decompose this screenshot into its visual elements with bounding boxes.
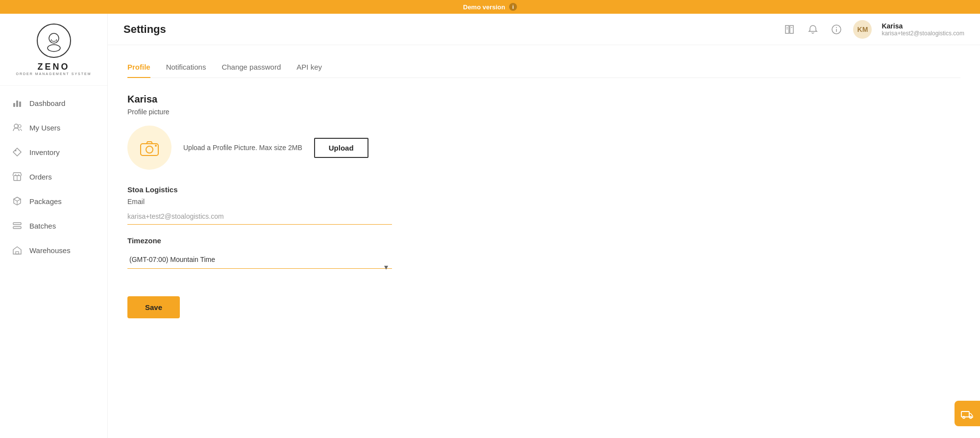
timezone-select[interactable]: (GMT-07:00) Mountain Time (GMT-12:00) In… (127, 251, 392, 269)
sidebar-item-dashboard[interactable]: Dashboard (0, 91, 107, 115)
book-icon[interactable] (783, 23, 796, 36)
package-icon (12, 196, 23, 206)
right-panel: Settings (108, 14, 980, 438)
app-wrapper: Demo version i ZENO ORDER MANAGEMENT SYS (0, 0, 980, 438)
sidebar-item-label-orders: Orders (29, 173, 52, 181)
svg-point-1 (48, 45, 60, 52)
logo-subtitle: ORDER MANAGEMENT SYSTEM (16, 72, 92, 76)
svg-rect-15 (13, 223, 21, 225)
sidebar-item-my-users[interactable]: My Users (0, 115, 107, 140)
company-name: Stoa Logistics (127, 185, 960, 194)
sidebar-item-label-warehouses: Warehouses (29, 246, 71, 255)
warehouse-icon (12, 245, 23, 256)
delivery-truck-icon (961, 407, 974, 420)
svg-point-9 (15, 150, 17, 152)
user-info: Karisa karisa+test2@stoalogistics.com (882, 22, 964, 37)
svg-point-7 (14, 124, 18, 128)
tab-profile[interactable]: Profile (127, 57, 150, 78)
tag-icon (12, 147, 23, 157)
svg-point-28 (963, 416, 965, 418)
sidebar-item-orders[interactable]: Orders (0, 164, 107, 189)
sidebar-item-warehouses[interactable]: Warehouses (0, 238, 107, 262)
user-email: karisa+test2@stoalogistics.com (882, 30, 964, 37)
sidebar-item-packages[interactable]: Packages (0, 189, 107, 213)
profile-username: Karisa (127, 94, 960, 105)
demo-banner: Demo version i (0, 0, 980, 14)
page-title: Settings (123, 23, 166, 36)
timezone-wrapper: (GMT-07:00) Mountain Time (GMT-12:00) In… (127, 251, 392, 283)
sidebar-item-batches[interactable]: Batches (0, 213, 107, 238)
settings-tabs: Profile Notifications Change password AP… (127, 57, 960, 78)
svg-point-8 (18, 125, 21, 128)
info-circle-icon[interactable] (830, 23, 843, 36)
svg-point-23 (836, 27, 837, 28)
svg-line-3 (56, 39, 57, 41)
content-area: Profile Notifications Change password AP… (108, 45, 980, 438)
box-icon (12, 171, 23, 182)
chart-icon (12, 98, 23, 108)
svg-rect-4 (13, 103, 15, 107)
profile-picture-label: Profile picture (127, 108, 960, 116)
profile-pic-row: Upload a Profile Picture. Max size 2MB U… (127, 126, 960, 170)
users-icon (12, 122, 23, 133)
tab-api-key[interactable]: API key (296, 57, 322, 78)
user-name: Karisa (882, 22, 964, 30)
svg-point-26 (155, 145, 157, 147)
floating-delivery-button[interactable] (955, 401, 980, 426)
sidebar-item-label-batches: Batches (29, 222, 56, 230)
sidebar-item-label-my-users: My Users (29, 124, 60, 132)
logo-image (43, 29, 65, 52)
demo-info-icon: i (509, 3, 517, 11)
svg-rect-5 (16, 101, 18, 107)
svg-rect-6 (19, 102, 21, 107)
logo-text: ZENO (37, 62, 70, 72)
svg-rect-16 (13, 227, 21, 229)
avatar-upload-circle (127, 126, 172, 170)
sidebar: ZENO ORDER MANAGEMENT SYSTEM Dashboard (0, 14, 108, 438)
camera-icon (139, 137, 160, 158)
email-label: Email (127, 198, 960, 206)
tab-change-password[interactable]: Change password (221, 57, 281, 78)
sidebar-logo: ZENO ORDER MANAGEMENT SYSTEM (0, 14, 107, 86)
demo-banner-text: Demo version (463, 3, 505, 11)
sidebar-item-label-dashboard: Dashboard (29, 99, 65, 107)
upload-button[interactable]: Upload (314, 138, 368, 158)
header-actions: KM Karisa karisa+test2@stoalogistics.com (783, 20, 964, 39)
upload-hint: Upload a Profile Picture. Max size 2MB (183, 142, 302, 153)
sidebar-item-inventory[interactable]: Inventory (0, 140, 107, 164)
bell-icon[interactable] (806, 23, 820, 36)
svg-rect-27 (961, 412, 969, 417)
svg-rect-17 (16, 252, 19, 254)
email-field[interactable] (127, 208, 392, 225)
timezone-label: Timezone (127, 236, 960, 245)
svg-line-2 (51, 39, 51, 41)
avatar[interactable]: KM (853, 20, 872, 39)
sidebar-item-label-packages: Packages (29, 197, 62, 206)
svg-point-25 (146, 146, 153, 153)
content-inner: Profile Notifications Change password AP… (108, 45, 980, 330)
profile-section: Karisa Profile picture (127, 94, 960, 318)
batches-icon (12, 220, 23, 231)
logo-circle (37, 24, 71, 58)
page-header: Settings (108, 14, 980, 45)
tab-notifications[interactable]: Notifications (166, 57, 206, 78)
save-button[interactable]: Save (127, 296, 180, 318)
main-layout: ZENO ORDER MANAGEMENT SYSTEM Dashboard (0, 14, 980, 438)
sidebar-item-label-inventory: Inventory (29, 148, 60, 156)
